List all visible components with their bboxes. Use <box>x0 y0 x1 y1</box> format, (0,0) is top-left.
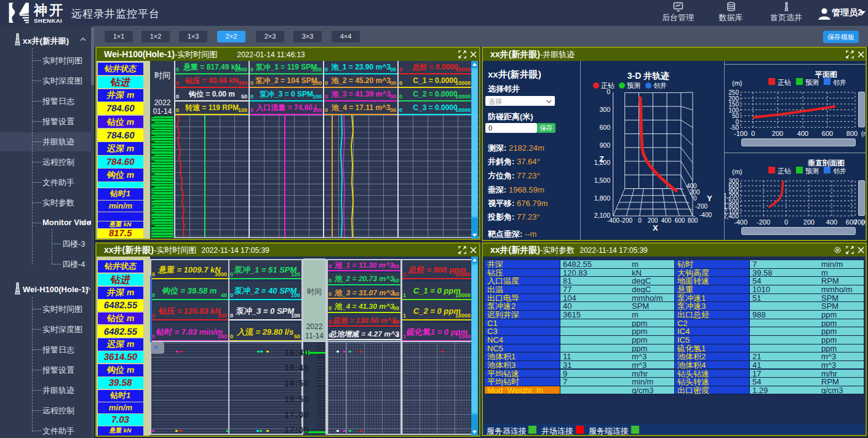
svg-text:-400: -400 <box>699 212 712 218</box>
svg-text:600: 600 <box>599 124 610 131</box>
svg-text:-200: -200 <box>757 218 770 226</box>
svg-text:邻井: 邻井 <box>653 82 667 89</box>
svg-text:400: 400 <box>661 217 672 224</box>
svg-text:400: 400 <box>826 218 837 226</box>
svg-text:200: 200 <box>803 218 814 226</box>
svg-text:Z: Z <box>599 154 604 164</box>
svg-text:-400: -400 <box>607 217 619 224</box>
svg-text:-100: -100 <box>734 130 747 137</box>
svg-text:0: 0 <box>638 217 642 224</box>
svg-text:600: 600 <box>822 130 833 137</box>
svg-text:(m): (m) <box>861 130 867 137</box>
svg-text:800: 800 <box>846 130 858 137</box>
svg-text:-200: -200 <box>695 203 707 210</box>
svg-text:预测: 预测 <box>627 82 640 89</box>
svg-text:300: 300 <box>599 106 610 113</box>
svg-text:X: X <box>653 223 658 233</box>
svg-text:0: 0 <box>693 195 697 202</box>
svg-text:3-D 井轨迹: 3-D 井轨迹 <box>627 71 669 81</box>
svg-text:600: 600 <box>675 217 685 224</box>
svg-text:1,500: 1,500 <box>594 177 610 184</box>
svg-text:-200: -200 <box>620 217 632 224</box>
svg-text:Y: Y <box>707 194 712 203</box>
svg-text:0: 0 <box>784 218 788 226</box>
svg-text:0: 0 <box>607 88 610 95</box>
svg-text:200: 200 <box>772 130 783 137</box>
svg-text:(m): (m) <box>861 219 867 226</box>
svg-text:800: 800 <box>688 217 698 224</box>
svg-text:400: 400 <box>797 130 808 137</box>
svg-text:1,800: 1,800 <box>594 194 610 202</box>
svg-text:900: 900 <box>599 141 610 149</box>
svg-text:-400: -400 <box>734 218 747 226</box>
svg-text:0: 0 <box>751 130 755 137</box>
